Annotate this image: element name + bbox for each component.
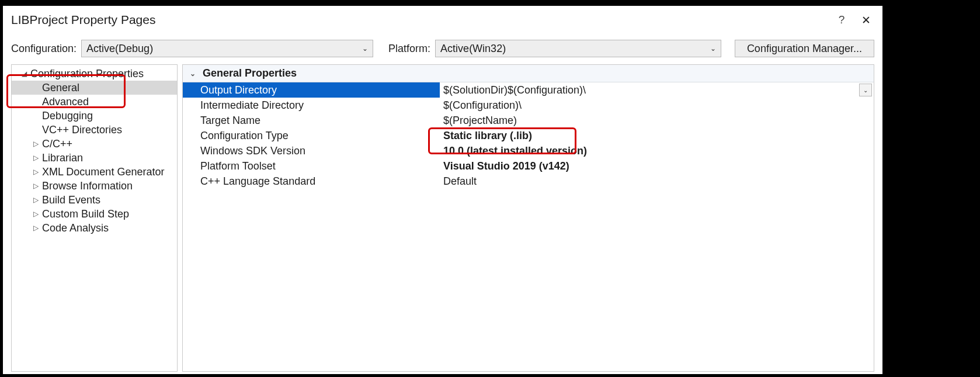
configuration-combo[interactable]: Active(Debug) ⌄: [81, 40, 373, 57]
property-name: C++ Language Standard: [183, 174, 440, 189]
property-row[interactable]: Configuration TypeStatic library (.lib): [183, 128, 874, 143]
panes: ◢ Configuration Properties GeneralAdvanc…: [3, 61, 882, 372]
configuration-manager-button[interactable]: Configuration Manager...: [735, 40, 874, 57]
platform-label: Platform:: [388, 43, 430, 55]
property-name: Platform Toolset: [183, 158, 440, 174]
tree-item-label: Build Events: [42, 194, 100, 206]
platform-combo[interactable]: Active(Win32) ⌄: [435, 40, 721, 57]
tree-item-label: Librarian: [42, 152, 83, 164]
property-name: Windows SDK Version: [183, 143, 440, 158]
property-value[interactable]: $(ProjectName): [440, 113, 874, 128]
tree-pane[interactable]: ◢ Configuration Properties GeneralAdvanc…: [11, 64, 178, 372]
property-row[interactable]: Platform ToolsetVisual Studio 2019 (v142…: [183, 158, 874, 174]
property-value[interactable]: Static library (.lib): [440, 128, 874, 143]
configuration-label: Configuration:: [11, 43, 77, 55]
property-row[interactable]: Output Directory$(SolutionDir)$(Configur…: [183, 82, 874, 98]
property-group-header[interactable]: ⌄ General Properties: [183, 65, 874, 82]
triangle-right-icon: ▷: [32, 168, 40, 176]
property-name: Target Name: [183, 113, 440, 128]
tree-root[interactable]: ◢ Configuration Properties: [12, 67, 177, 81]
tree-item-label: General: [42, 82, 79, 94]
tree-item[interactable]: ▷Build Events: [12, 193, 177, 207]
tree-item-label: C/C++: [42, 138, 72, 150]
tree-item-label: VC++ Directories: [42, 124, 122, 136]
tree-item-label: Debugging: [42, 110, 93, 122]
top-controls: Configuration: Active(Debug) ⌄ Platform:…: [3, 34, 882, 61]
triangle-right-icon: ▷: [32, 182, 40, 190]
window-title: LIBProject Property Pages: [11, 13, 830, 27]
property-group-title: General Properties: [203, 67, 297, 79]
property-row[interactable]: Intermediate Directory$(Configuration)\: [183, 98, 874, 113]
chevron-down-icon: ⌄: [710, 44, 716, 53]
configuration-manager-label: Configuration Manager...: [747, 43, 862, 55]
triangle-right-icon: ▷: [32, 224, 40, 232]
chevron-down-icon: ⌄: [362, 44, 368, 53]
triangle-right-icon: ▷: [32, 196, 40, 204]
property-name: Configuration Type: [183, 128, 440, 143]
property-name: Intermediate Directory: [183, 98, 440, 113]
property-value[interactable]: Visual Studio 2019 (v142): [440, 158, 874, 174]
property-value[interactable]: $(SolutionDir)$(Configuration)\: [440, 82, 859, 98]
tree-item-label: XML Document Generator: [42, 166, 164, 178]
tree-item[interactable]: ▷C/C++: [12, 137, 177, 151]
property-value[interactable]: 10.0 (latest installed version): [440, 143, 874, 158]
close-button[interactable]: ✕: [853, 13, 882, 27]
tree-item[interactable]: Debugging: [12, 109, 177, 123]
property-row[interactable]: Windows SDK Version10.0 (latest installe…: [183, 143, 874, 158]
tree-item[interactable]: Advanced: [12, 95, 177, 109]
property-value[interactable]: Default: [440, 174, 874, 189]
tree-item[interactable]: ▷Librarian: [12, 151, 177, 165]
configuration-value: Active(Debug): [86, 43, 153, 55]
triangle-right-icon: ▷: [32, 154, 40, 162]
property-row[interactable]: Target Name$(ProjectName): [183, 113, 874, 128]
tree-item[interactable]: General: [12, 81, 177, 95]
chevron-down-icon: ⌄: [190, 70, 199, 78]
property-row[interactable]: C++ Language StandardDefault: [183, 174, 874, 189]
tree-item-label: Browse Information: [42, 180, 133, 192]
tree-item[interactable]: ▷XML Document Generator: [12, 165, 177, 179]
property-value[interactable]: $(Configuration)\: [440, 98, 874, 113]
tree-root-label: Configuration Properties: [30, 68, 144, 80]
titlebar: LIBProject Property Pages ? ✕: [3, 6, 882, 34]
triangle-right-icon: ▷: [32, 210, 40, 218]
property-name: Output Directory: [183, 82, 440, 98]
tree-item[interactable]: ▷Code Analysis: [12, 221, 177, 235]
tree-item[interactable]: ▷Custom Build Step: [12, 207, 177, 221]
tree-item-label: Code Analysis: [42, 222, 109, 234]
platform-value: Active(Win32): [440, 43, 506, 55]
tree-item[interactable]: VC++ Directories: [12, 123, 177, 137]
chevron-down-icon[interactable]: ⌄: [859, 84, 872, 96]
property-grid[interactable]: ⌄ General Properties Output Directory$(S…: [182, 64, 874, 372]
property-pages-window: LIBProject Property Pages ? ✕ Configurat…: [3, 6, 882, 374]
triangle-right-icon: ▷: [32, 140, 40, 148]
tree-item[interactable]: ▷Browse Information: [12, 179, 177, 193]
triangle-down-icon: ◢: [20, 70, 28, 78]
help-button[interactable]: ?: [830, 13, 853, 26]
tree-item-label: Advanced: [42, 96, 89, 108]
tree-item-label: Custom Build Step: [42, 208, 129, 220]
